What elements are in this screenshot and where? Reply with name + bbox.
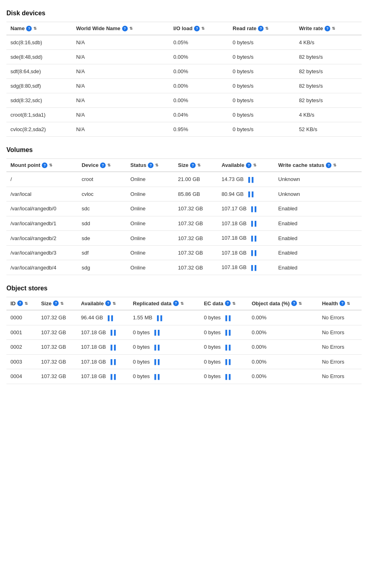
available-chart-icon[interactable]: ▐▐	[249, 206, 256, 212]
col-write-rate: Write rate ? ⇅	[295, 22, 362, 35]
disk-wwn-cell: N/A	[72, 35, 169, 50]
replicated-chart-icon[interactable]: ▐▐	[153, 374, 159, 380]
disk-wwn-cell: N/A	[72, 50, 169, 64]
ec-chart-icon[interactable]: ▐▐	[224, 374, 231, 380]
disk-read-rate-cell: 0 bytes/s	[229, 108, 295, 122]
device-help-icon[interactable]: ?	[100, 162, 106, 168]
ec-chart-icon[interactable]: ▐▐	[224, 345, 231, 350]
disk-write-rate-cell: 82 bytes/s	[295, 64, 362, 79]
replicated-chart-icon[interactable]: ▐▐	[153, 345, 159, 350]
replicated-data-help-icon[interactable]: ?	[173, 300, 179, 306]
os-id-sort-icon[interactable]: ⇅	[25, 301, 28, 306]
available-chart-icon[interactable]: ▐▐	[249, 250, 256, 256]
os-health-cell: No Errors	[318, 369, 362, 384]
vol-mount-point-cell: /var/local/rangedb/1	[6, 216, 78, 231]
vol-status-cell: Online	[127, 187, 174, 201]
wwn-help-icon[interactable]: ?	[122, 26, 128, 31]
os-available-chart-icon[interactable]: ▐▐	[106, 315, 113, 321]
replicated-chart-icon[interactable]: ▐▐	[153, 359, 159, 365]
vol-size-sort-icon[interactable]: ⇅	[197, 163, 200, 167]
status-help-icon[interactable]: ?	[148, 162, 153, 168]
vol-available-sort-icon[interactable]: ⇅	[253, 163, 256, 167]
status-sort-icon[interactable]: ⇅	[155, 163, 158, 167]
volume-row: /var/local/rangedb/3 sdf Online 107.32 G…	[6, 245, 362, 260]
object-store-row: 0002 107.32 GB 107.18 GB ▐▐ 0 bytes ▐▐ 0…	[6, 340, 362, 355]
write-rate-help-icon[interactable]: ?	[325, 26, 330, 31]
object-stores-section: Object stores ID ? ⇅ Size ? ⇅	[6, 285, 362, 384]
vol-size-cell: 107.32 GB	[174, 201, 217, 216]
disk-name-cell: sdd(8:32,sdc)	[6, 93, 72, 108]
write-cache-sort-icon[interactable]: ⇅	[333, 163, 336, 167]
health-sort-icon[interactable]: ⇅	[347, 301, 350, 306]
os-available-chart-icon[interactable]: ▐▐	[109, 374, 116, 380]
replicated-chart-icon[interactable]: ▐▐	[155, 315, 162, 321]
ec-data-help-icon[interactable]: ?	[225, 300, 231, 306]
os-ec-data-cell: 0 bytes ▐▐	[200, 310, 247, 325]
os-health-cell: No Errors	[318, 340, 362, 355]
disk-name-cell: sde(8:48,sdd)	[6, 50, 72, 64]
vol-device-cell: cvloc	[78, 187, 126, 201]
available-chart-icon[interactable]: ▐▐	[249, 265, 256, 271]
disk-write-rate-cell: 82 bytes/s	[295, 93, 362, 108]
object-store-row: 0000 107.32 GB 96.44 GB ▐▐ 1.55 MB ▐▐ 0 …	[6, 310, 362, 325]
disk-wwn-cell: N/A	[72, 122, 169, 137]
os-available-chart-icon[interactable]: ▐▐	[109, 330, 116, 335]
health-help-icon[interactable]: ?	[339, 300, 345, 306]
vol-write-cache-cell: Enabled	[274, 260, 362, 275]
vol-available-cell: 80.94 GB ▐▐	[218, 187, 274, 201]
volume-row: /var/local/rangedb/0 sdc Online 107.32 G…	[6, 201, 362, 216]
object-data-pct-help-icon[interactable]: ?	[291, 300, 297, 306]
vol-device-cell: croot	[78, 172, 126, 187]
available-chart-icon[interactable]: ▐▐	[249, 236, 256, 241]
os-replicated-data-cell: 1.55 MB ▐▐	[129, 310, 200, 325]
ec-chart-icon[interactable]: ▐▐	[224, 359, 231, 365]
read-rate-help-icon[interactable]: ?	[258, 26, 264, 31]
mount-point-help-icon[interactable]: ?	[42, 162, 47, 168]
os-size-cell: 107.32 GB	[37, 354, 77, 369]
device-sort-icon[interactable]: ⇅	[107, 163, 110, 167]
os-size-sort-icon[interactable]: ⇅	[60, 301, 63, 306]
ec-chart-icon[interactable]: ▐▐	[224, 330, 231, 335]
os-available-help-icon[interactable]: ?	[105, 300, 111, 306]
object-store-row: 0004 107.32 GB 107.18 GB ▐▐ 0 bytes ▐▐ 0…	[6, 369, 362, 384]
vol-mount-point-cell: /var/local/rangedb/2	[6, 231, 78, 246]
vol-available-help-icon[interactable]: ?	[246, 162, 251, 168]
replicated-data-sort-icon[interactable]: ⇅	[180, 301, 184, 306]
object-data-pct-sort-icon[interactable]: ⇅	[298, 301, 302, 306]
os-available-sort-icon[interactable]: ⇅	[112, 301, 116, 306]
vol-available-cell: 107.18 GB ▐▐	[218, 245, 274, 260]
name-sort-icon[interactable]: ⇅	[33, 26, 37, 31]
os-available-chart-icon[interactable]: ▐▐	[109, 345, 116, 350]
os-size-help-icon[interactable]: ?	[53, 300, 59, 306]
vol-available-cell: 107.17 GB ▐▐	[218, 201, 274, 216]
object-stores-header-row: ID ? ⇅ Size ? ⇅ Available ?	[6, 297, 362, 310]
mount-point-sort-icon[interactable]: ⇅	[49, 163, 52, 167]
os-replicated-data-cell: 0 bytes ▐▐	[129, 325, 200, 340]
os-object-data-pct-cell: 0.00%	[247, 369, 318, 384]
vol-size-help-icon[interactable]: ?	[190, 162, 196, 168]
replicated-chart-icon[interactable]: ▐▐	[153, 330, 159, 335]
available-chart-icon[interactable]: ▐▐	[247, 177, 254, 183]
available-chart-icon[interactable]: ▐▐	[249, 221, 256, 226]
vol-mount-point-cell: /var/local	[6, 187, 78, 201]
vol-device-cell: sde	[78, 231, 126, 246]
write-rate-sort-icon[interactable]: ⇅	[332, 26, 335, 31]
io-load-sort-icon[interactable]: ⇅	[201, 26, 204, 31]
vol-device-cell: sdd	[78, 216, 126, 231]
object-stores-table: ID ? ⇅ Size ? ⇅ Available ?	[6, 297, 362, 384]
os-id-help-icon[interactable]: ?	[17, 300, 23, 306]
available-chart-icon[interactable]: ▐▐	[247, 191, 254, 197]
disk-write-rate-cell: 82 bytes/s	[295, 50, 362, 64]
ec-chart-icon[interactable]: ▐▐	[224, 315, 231, 321]
read-rate-sort-icon[interactable]: ⇅	[265, 26, 268, 31]
write-cache-help-icon[interactable]: ?	[326, 162, 331, 168]
os-available-chart-icon[interactable]: ▐▐	[109, 359, 116, 365]
disk-wwn-cell: N/A	[72, 64, 169, 79]
io-load-help-icon[interactable]: ?	[194, 26, 200, 31]
wwn-sort-icon[interactable]: ⇅	[129, 26, 133, 31]
os-object-data-pct-cell: 0.00%	[247, 340, 318, 355]
ec-data-sort-icon[interactable]: ⇅	[232, 301, 235, 306]
name-help-icon[interactable]: ?	[26, 26, 32, 31]
os-available-cell: 107.18 GB ▐▐	[77, 369, 129, 384]
disk-device-row: sdd(8:32,sdc) N/A 0.00% 0 bytes/s 82 byt…	[6, 93, 362, 108]
